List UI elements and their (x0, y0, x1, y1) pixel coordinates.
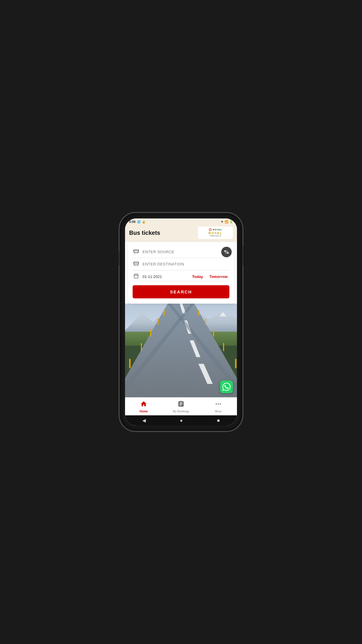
location-icon: 🌐 (137, 220, 140, 223)
status-time: 5:06 (129, 220, 136, 223)
recent-button[interactable]: ■ (217, 418, 220, 423)
nav-bookings-label: My Bookings (173, 410, 189, 413)
bookings-icon (178, 400, 184, 409)
company-logo: ⭕ ROYAL ROYAL TRAVELS (198, 227, 233, 239)
svg-rect-32 (158, 319, 159, 325)
bus-source-icon (133, 248, 140, 256)
nav-bookings[interactable]: My Bookings (162, 398, 200, 415)
svg-point-42 (218, 403, 219, 405)
bottom-nav: Home My Bookings More (125, 397, 237, 415)
background-area (125, 304, 237, 397)
status-bar: 5:06 🌐 🔒 ▼ 📶 🔋 (125, 218, 237, 225)
calendar-icon (133, 273, 140, 280)
nav-more-label: More (215, 410, 222, 413)
logo-text: ⭕ ROYAL ROYAL TRAVELS (208, 229, 222, 237)
app-title: Bus tickets (129, 230, 160, 236)
destination-row (133, 258, 229, 270)
home-icon (140, 400, 147, 409)
whatsapp-button[interactable] (220, 380, 233, 393)
destination-input[interactable] (143, 262, 229, 266)
svg-rect-31 (164, 310, 164, 316)
home-button[interactable]: ● (180, 418, 183, 423)
svg-rect-37 (205, 319, 206, 325)
sim-icon: 🔒 (142, 220, 145, 223)
app-header: Bus tickets ⭕ ROYAL ROYAL TRAVELS (125, 225, 237, 242)
nav-home-label: Home (140, 410, 148, 413)
svg-point-43 (220, 403, 221, 405)
svg-rect-38 (213, 330, 214, 336)
svg-rect-14 (134, 274, 138, 278)
bus-destination-icon (133, 260, 140, 268)
nav-home[interactable]: Home (125, 398, 162, 415)
svg-point-41 (216, 403, 217, 405)
phone-screen: 5:06 🌐 🔒 ▼ 📶 🔋 Bus tickets ⭕ ROYAL ROYAL… (125, 218, 237, 426)
source-row (133, 246, 229, 258)
date-row: 01-11-2021 Today Tomorrow (133, 270, 229, 281)
source-input[interactable] (143, 250, 229, 254)
signal-icon: 📶 (225, 220, 228, 223)
nav-more[interactable]: More (200, 398, 237, 415)
android-nav: ◀ ● ■ (125, 415, 237, 426)
wifi-icon: ▼ (221, 220, 224, 223)
more-icon (215, 400, 222, 409)
road-background (125, 304, 237, 397)
svg-rect-34 (141, 343, 142, 351)
tomorrow-button[interactable]: Tomorrow (208, 274, 229, 279)
svg-rect-39 (223, 343, 224, 351)
search-card: 01-11-2021 Today Tomorrow SEARCH (128, 242, 234, 304)
svg-rect-36 (198, 310, 199, 316)
back-button[interactable]: ◀ (142, 418, 146, 423)
phone-frame: 5:06 🌐 🔒 ▼ 📶 🔋 Bus tickets ⭕ ROYAL ROYAL… (120, 213, 242, 431)
date-value[interactable]: 01-11-2021 (143, 274, 187, 279)
svg-rect-40 (235, 359, 237, 368)
svg-rect-35 (129, 359, 131, 368)
battery-icon: 🔋 (229, 220, 233, 223)
swap-button[interactable] (221, 247, 232, 257)
search-button[interactable]: SEARCH (133, 285, 229, 298)
today-button[interactable]: Today (190, 274, 205, 279)
svg-rect-33 (150, 330, 151, 336)
